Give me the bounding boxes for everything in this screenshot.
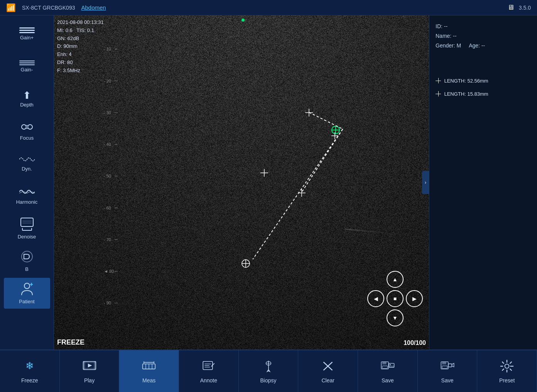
svg-point-1 <box>28 125 32 129</box>
enh-label: Enh: 4 <box>57 51 104 59</box>
dyn-icon <box>19 155 35 164</box>
play-button[interactable]: Play <box>60 350 120 392</box>
play-down-button[interactable]: ▼ <box>387 309 404 326</box>
biopsy-btn-label: Biopsy <box>260 377 277 384</box>
svg-point-0 <box>22 125 26 129</box>
sidebar-btn-depth[interactable]: ⬆ Depth <box>4 83 50 114</box>
harmonic-label: Harmonic <box>16 199 38 205</box>
gn-label: GN: 62dB <box>57 35 104 43</box>
meas-crosshair-icon-1 <box>436 78 441 83</box>
b-mode-label: B <box>25 266 29 272</box>
save-image-btn-label: Save <box>382 377 394 384</box>
save-video-button[interactable]: Save <box>418 350 478 392</box>
sidebar-btn-gain-minus[interactable]: Gain- <box>4 51 50 82</box>
patient-id: ID: -- <box>436 22 531 31</box>
play-left-button[interactable]: ◀ <box>367 290 384 307</box>
meas-value-2: LENGTH: 15.83mm <box>444 91 488 97</box>
patient-demographics: Gender: M Age: -- <box>436 41 531 51</box>
annote-btn-label: Annote <box>200 377 217 384</box>
preset-btn-label: Preset <box>499 377 515 384</box>
wifi-icon: 📶 <box>6 3 16 12</box>
annote-icon <box>202 359 216 375</box>
gain-plus-icon <box>19 27 35 33</box>
play-stop-button[interactable]: ■ <box>387 290 404 307</box>
gain-minus-label: Gain- <box>21 67 33 73</box>
exam-label[interactable]: Abdomen <box>81 4 106 11</box>
viewport-area: 2021-08-08 00:13:31 MI: 0.6 TIS: 0.1 GN:… <box>54 15 429 350</box>
meas-results-panel: LENGTH: 52.56mm LENGTH: 15.83mm <box>436 77 531 103</box>
datetime-label: 2021-08-08 00:13:31 <box>57 19 104 27</box>
frame-counter: 100/100 <box>404 340 426 346</box>
svg-rect-4 <box>21 218 33 226</box>
svg-point-10 <box>22 251 32 262</box>
meas-button[interactable]: Meas <box>119 350 179 392</box>
top-bar: 📶 SX-8CT GRCBGK093 Abdomen 🖥 3.5.0 <box>0 0 537 15</box>
sidebar-btn-patient[interactable]: Patient <box>4 278 50 309</box>
svg-marker-64 <box>452 363 454 367</box>
mi-tis-label: MI: 0.6 TIS: 0.1 <box>57 27 104 35</box>
patient-label: Patient <box>19 299 34 304</box>
sidebar-btn-b-mode[interactable]: B <box>4 245 50 276</box>
top-bar-left: 📶 SX-8CT GRCBGK093 Abdomen <box>6 3 106 12</box>
save-video-icon <box>441 359 454 375</box>
dyn-label: Dyn. <box>22 166 32 172</box>
freeze-btn-label: Freeze <box>21 377 38 384</box>
sidebar-btn-gain-plus[interactable]: Gain+ <box>4 19 50 49</box>
clear-btn-label: Clear <box>321 377 334 384</box>
play-right-button[interactable]: ▶ <box>406 290 423 307</box>
biopsy-button[interactable]: Biopsy <box>239 350 299 392</box>
right-panel: ID: -- Name: -- Gender: M Age: -- LENGTH… <box>429 15 537 350</box>
gain-minus-icon <box>19 61 35 65</box>
playback-controls: ▲ ◀ ■ ▶ ▼ <box>367 271 423 326</box>
svg-rect-63 <box>448 364 452 367</box>
gain-plus-label: Gain+ <box>20 35 34 41</box>
biopsy-icon <box>262 359 275 375</box>
sidebar-btn-focus[interactable]: Focus <box>4 116 50 147</box>
svg-marker-37 <box>88 363 92 367</box>
main-layout: Gain+ Gain- ⬆ Depth <box>0 15 537 350</box>
patient-info: ID: -- Name: -- Gender: M Age: -- <box>436 22 531 51</box>
monitor-icon: 🖥 <box>507 3 514 12</box>
denoise-icon <box>19 217 35 232</box>
left-sidebar: Gain+ Gain- ⬆ Depth <box>0 15 54 350</box>
meas-result-2: LENGTH: 15.83mm <box>436 90 531 97</box>
play-up-button[interactable]: ▲ <box>387 271 404 288</box>
sidebar-btn-harmonic[interactable]: Harmonic <box>4 181 50 211</box>
meas-crosshair-icon-2 <box>436 91 441 96</box>
annote-button[interactable]: Annote <box>179 350 239 392</box>
focus-icon <box>20 122 34 133</box>
crosshair-1 <box>305 109 313 118</box>
sidebar-btn-dyn[interactable]: Dyn. <box>4 148 50 179</box>
meas-icon <box>142 359 156 375</box>
svg-rect-57 <box>382 366 387 368</box>
b-mode-icon <box>20 250 34 265</box>
patient-age: Age: -- <box>469 41 485 51</box>
play-icon <box>83 359 96 375</box>
probe-label: SX-8CT GRCBGK093 <box>22 5 75 11</box>
svg-point-65 <box>505 364 509 368</box>
right-chevron[interactable]: › <box>422 171 429 194</box>
harmonic-icon <box>19 187 35 198</box>
freq-label: F: 3.5MHz <box>57 67 104 75</box>
dr-label: DR: 80 <box>57 59 104 67</box>
preset-button[interactable]: Preset <box>477 350 537 392</box>
version-label: 3.5.0 <box>519 5 531 11</box>
clear-button[interactable]: Clear <box>298 350 358 392</box>
patient-gender: Gender: M <box>436 41 461 51</box>
overlay-info: 2021-08-08 00:13:31 MI: 0.6 TIS: 0.1 GN:… <box>57 19 104 75</box>
denoise-label: Denoise <box>18 234 36 240</box>
patient-name: Name: -- <box>436 31 531 41</box>
svg-rect-61 <box>442 362 446 364</box>
freeze-button[interactable]: ❄ Freeze <box>0 350 60 392</box>
svg-rect-35 <box>83 361 96 363</box>
green-dot <box>241 19 245 22</box>
crosshair-3 <box>298 189 306 198</box>
meas-result-1: LENGTH: 52.56mm <box>436 77 531 84</box>
save-image-button[interactable]: Save <box>358 350 418 392</box>
sidebar-btn-denoise[interactable]: Denoise <box>4 213 50 244</box>
save-video-btn-label: Save <box>441 377 454 384</box>
bottom-toolbar: ❄ Freeze Play <box>0 350 537 392</box>
svg-rect-36 <box>83 368 96 369</box>
focus-label: Focus <box>20 135 34 141</box>
patient-icon <box>19 282 35 297</box>
